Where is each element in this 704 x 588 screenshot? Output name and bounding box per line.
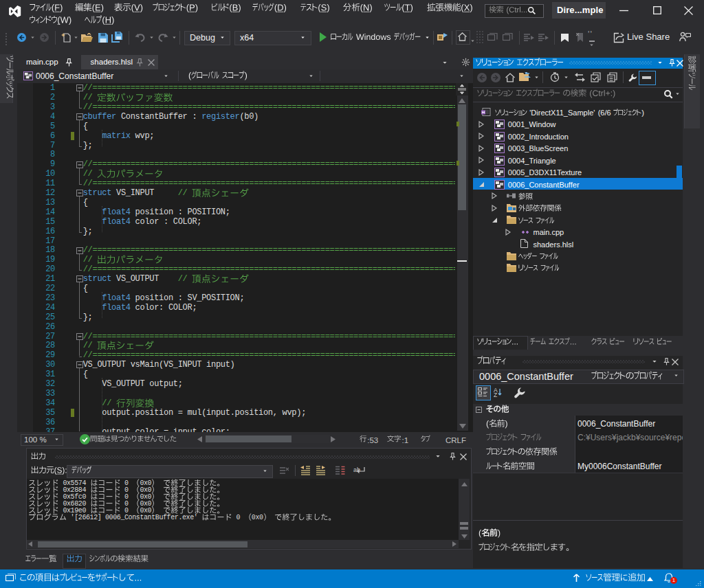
- svg-text:Z: Z: [494, 392, 497, 397]
